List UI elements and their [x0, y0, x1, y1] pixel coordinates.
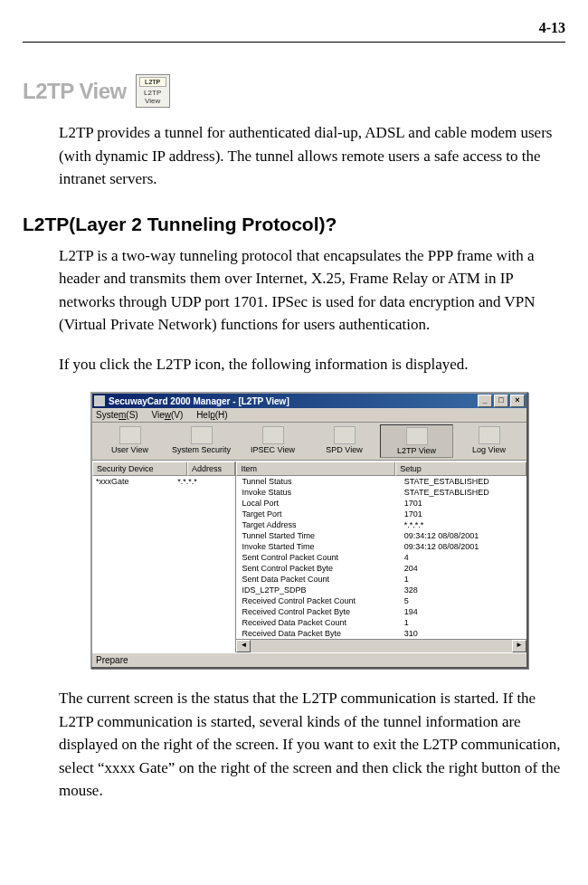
list-row[interactable]: Target Port1701	[236, 509, 526, 519]
tree-header-device[interactable]: Security Device	[92, 462, 187, 476]
screenshot-l2tp-window: SecuwayCard 2000 Manager - [L2TP View] _…	[90, 392, 565, 669]
list-row[interactable]: Invoke StatusSTATE_ESTABLISHED	[236, 487, 526, 498]
list-row[interactable]: Received Control Packet Byte194	[236, 606, 526, 617]
tool-ipsec-view[interactable]: IPSEC View	[237, 424, 308, 458]
status-bar: Prepare	[92, 652, 526, 667]
menu-system[interactable]: System(S)	[96, 410, 138, 420]
user-icon	[119, 426, 141, 444]
list-row[interactable]: Sent Data Packet Count1	[236, 574, 526, 585]
maximize-button[interactable]: □	[494, 395, 508, 407]
list-row[interactable]: Received Data Packet Byte310	[236, 628, 526, 639]
horizontal-scrollbar[interactable]: ◄ ►	[236, 639, 526, 652]
menu-bar: System(S) View(V) Help(H)	[92, 408, 526, 423]
l2tp-view-icon: L2TP L2TP View	[136, 74, 170, 108]
heading-l2tp-view: L2TP View	[23, 79, 127, 104]
spd-icon	[334, 426, 356, 444]
scroll-right-icon[interactable]: ►	[512, 640, 526, 652]
tool-log-view[interactable]: Log View	[453, 424, 525, 458]
list-row[interactable]: Tunnel StatusSTATE_ESTABLISHED	[236, 476, 526, 487]
tool-system-security[interactable]: System Security	[166, 424, 237, 458]
close-button[interactable]: ×	[510, 395, 525, 407]
heading-l2tp-protocol: L2TP(Layer 2 Tunneling Protocol)?	[23, 214, 565, 235]
list-row[interactable]: Local Port1701	[236, 498, 526, 509]
tree-header-address[interactable]: Address	[187, 462, 235, 476]
list-panel: Item Setup Tunnel StatusSTATE_ESTABLISHE…	[236, 462, 526, 652]
window-titlebar[interactable]: SecuwayCard 2000 Manager - [L2TP View] _…	[92, 394, 526, 408]
menu-view[interactable]: View(V)	[151, 410, 183, 420]
app-icon	[94, 395, 105, 406]
list-row[interactable]: Target Address*.*.*.*	[236, 519, 526, 530]
list-row[interactable]: Received Control Packet Count5	[236, 595, 526, 606]
log-icon	[479, 426, 500, 444]
scroll-left-icon[interactable]: ◄	[236, 640, 251, 652]
paragraph-intro: L2TP provides a tunnel for authenticated…	[59, 121, 565, 191]
window-title: SecuwayCard 2000 Manager - [L2TP View]	[109, 396, 289, 406]
list-row[interactable]: Sent Control Packet Byte204	[236, 563, 526, 574]
list-row[interactable]: Received Data Packet Count1	[236, 617, 526, 628]
tool-l2tp-view[interactable]: L2TP View	[380, 424, 453, 458]
list-row[interactable]: Invoke Started Time09:34:12 08/08/2001	[236, 541, 526, 552]
menu-help[interactable]: Help(H)	[196, 410, 227, 420]
toolbar: User View System Security IPSEC View SPD…	[92, 423, 526, 461]
ipsec-icon	[262, 426, 284, 444]
security-icon	[191, 426, 213, 444]
paragraph-click-icon: If you click the L2TP icon, the followin…	[59, 353, 565, 376]
list-row[interactable]: IDS_L2TP_SDPB328	[236, 585, 526, 595]
tree-panel: Security Device Address *xxxGate *.*.*.*	[92, 462, 236, 652]
list-header-item[interactable]: Item	[236, 462, 395, 476]
tool-user-view[interactable]: User View	[94, 424, 166, 458]
list-row[interactable]: Tunnel Started Time09:34:12 08/08/2001	[236, 530, 526, 541]
l2tp-icon	[406, 427, 428, 445]
tool-spd-view[interactable]: SPD View	[308, 424, 380, 458]
paragraph-current-screen: The current screen is the status that th…	[59, 687, 565, 803]
list-header-setup[interactable]: Setup	[395, 462, 526, 476]
minimize-button[interactable]: _	[478, 395, 492, 407]
page-number: 4-13	[23, 18, 565, 43]
paragraph-protocol: L2TP is a two-way tunneling protocol tha…	[59, 244, 565, 337]
tree-row[interactable]: *xxxGate *.*.*.*	[92, 476, 235, 487]
list-row[interactable]: Sent Control Packet Count4	[236, 552, 526, 563]
